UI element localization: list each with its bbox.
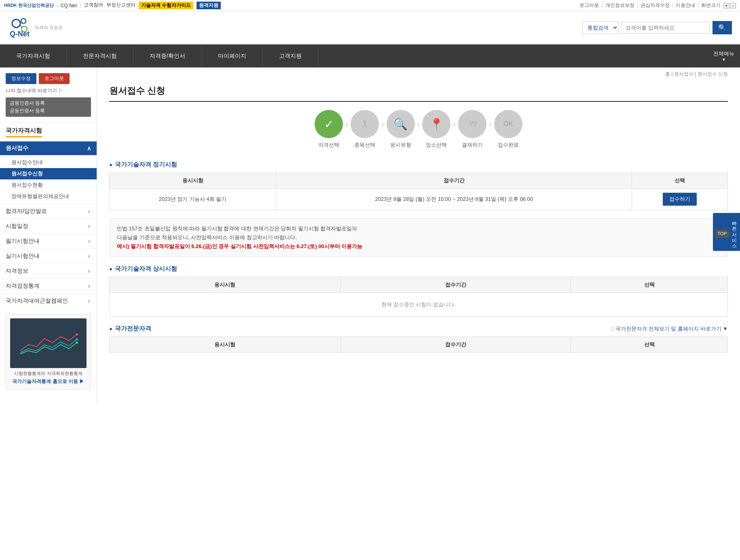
svg-text:₩: ₩ (469, 120, 477, 128)
sidebar-practical-exam[interactable]: 실기시험안내 ∨ (0, 248, 97, 263)
quick-service-panel[interactable]: 빠른서비스 TOP (713, 213, 740, 251)
collapse-arrow-3: ∨ (87, 253, 91, 259)
step-4-circle: 📍 (422, 110, 450, 138)
banner-chart (16, 331, 81, 355)
spec-col-select-header: 선택 (571, 337, 728, 353)
hrdk-logo[interactable]: HRDK 한국산업인력공단 (4, 2, 57, 8)
specialist-exam-section-header: 국가전문자격 (109, 325, 151, 333)
step-6: OK 접수완료 (494, 110, 522, 149)
top-nav-links: 고객참여 부정신고센터 기술자격 수험자가이드 원격지원 (84, 2, 221, 9)
step-2-label: 종목선택 (354, 141, 375, 149)
search-button[interactable]: 🔍 (713, 21, 732, 34)
banner-image (10, 318, 87, 368)
step-arrow-4: › (450, 120, 458, 129)
menu-header-arrow: ∧ (87, 145, 91, 152)
spec-col-period-header: 접수기간 (340, 337, 571, 353)
touch-icon (358, 118, 371, 131)
notice-text-2: 다음날을 기준으로 적용되오니, 사전입력서비스 이용에 참고하시기 바랍니다. (117, 234, 297, 240)
top-bar: HRDK 한국산업인력공단 CQ·Net 고객참여 부정신고센터 기술자격 수험… (0, 0, 740, 11)
nav-customer[interactable]: 고객참여 (84, 2, 103, 9)
adv-col-select-header: 선택 (571, 277, 728, 293)
nav-mypage[interactable]: 마이페이지 (202, 47, 263, 65)
regular-exam-section-header: 국가기술자격 정기시험 (109, 161, 728, 168)
no-exam-row: 현재 접수중인 시험이 없습니다. (110, 293, 728, 317)
header: Q-Net 자격의 모든것 통합검색 🔍 (0, 11, 740, 44)
top-bar-left: HRDK 한국산업인력공단 CQ·Net 고객참여 부정신고센터 기술자격 수험… (4, 2, 221, 9)
collapse-arrow-5: ∨ (87, 283, 91, 289)
financial-cert-item[interactable]: 금융인증서 등록 (10, 100, 87, 107)
submenu-disability[interactable]: 장애유형별편의제공안내 (0, 191, 97, 202)
submenu-status[interactable]: 원서접수현황 (0, 179, 97, 191)
apply-button[interactable]: 접수하기 (663, 193, 697, 206)
submenu-guide[interactable]: 원서접수안내 (0, 157, 97, 168)
step-3-label: 응시유형 (390, 141, 411, 149)
search-input[interactable] (621, 22, 710, 34)
sidebar-written-exam[interactable]: 필기시험안내 ∨ (0, 234, 97, 248)
step-5-label: 결제하기 (462, 141, 483, 149)
step-5-circle: ₩ (458, 110, 486, 138)
font-decrease-button[interactable]: - (730, 3, 736, 8)
logo-area[interactable]: Q-Net 자격의 모든것 (8, 15, 63, 40)
sidebar-submenu: 원서접수안내 원서접수신청 원서접수현황 장애유형별편의제공안내 (0, 155, 97, 204)
collapse-arrow-6: ∨ (87, 298, 91, 304)
cq-logo[interactable]: CQ·Net (61, 3, 80, 8)
step-arrow-3: › (415, 120, 423, 129)
notice-box: 민법 157조 초일불산입 원칙에 따라 필기시험 합격에 대한 면제기간은 당… (109, 218, 728, 257)
sidebar-logout-button[interactable]: 로그아웃 (39, 73, 70, 84)
breadcrumb-parent[interactable]: 원서접수 (674, 71, 693, 77)
nav-certificate[interactable]: 자격증/확인서 (133, 47, 202, 65)
nav-tech-guide[interactable]: 기술자격 수험자가이드 (139, 2, 193, 9)
specialist-exam-table: 응시시험 접수기간 선택 (109, 337, 728, 353)
sidebar-exam-schedule[interactable]: 시험일정 ∨ (0, 219, 97, 234)
logout-link[interactable]: 로그아웃 (579, 2, 599, 9)
banner-link[interactable]: 국가기술자격통계 홈으로 이동 ▶ (10, 378, 87, 385)
specialist-section-row: 국가전문자격 :: 국가전문자격 전체보기 및 홈페이지 바로가기 ▼ (109, 325, 728, 333)
nav-remote[interactable]: 원격지원 (197, 2, 221, 9)
search-area: 통합검색 🔍 (582, 21, 732, 34)
step-1-circle: ✓ (315, 110, 343, 138)
step-3: 🔍 응시유형 (387, 110, 415, 149)
personal-info-link[interactable]: 개인정보보정 (605, 2, 634, 9)
nav-customer-support[interactable]: 고객지원 (263, 47, 318, 65)
quick-service-label: 빠른서비스 (731, 218, 738, 246)
collapse-arrow-4: ∨ (87, 268, 91, 274)
font-size-controls: + - (723, 2, 736, 9)
svg-point-0 (12, 19, 20, 27)
interest-cert-link[interactable]: 관심자격수정 (641, 2, 670, 9)
breadcrumb-home[interactable]: 홈 (665, 71, 670, 77)
sidebar-pass-announce[interactable]: 합격자/답안발표 ∨ (0, 204, 97, 219)
sidebar-user-area: 정보수정 로그아웃 나의 접수내역 바로가기 ▷ 금융인증서 등록 공동인증서 … (0, 67, 97, 123)
main-content: 홈 | 원서접수 | 원서접수 신청 원서접수 신청 ✓ 자격선택 › (97, 67, 740, 403)
step-4: 📍 장소선택 (422, 110, 450, 149)
no-exam-message: 현재 접수중인 시험이 없습니다. (110, 293, 728, 317)
sidebar-cert-stats[interactable]: 자격검정통계 ∨ (0, 278, 97, 293)
nav-professional-exam[interactable]: 전문자격시험 (67, 47, 133, 65)
step-arrow-5: › (486, 120, 494, 129)
font-increase-button[interactable]: + (723, 3, 729, 8)
submenu-apply[interactable]: 원서접수신청 (0, 168, 97, 179)
step-5: ₩ 결제하기 (458, 110, 486, 149)
edit-info-button[interactable]: 정보수정 (6, 73, 36, 84)
step-6-label: 접수완료 (498, 141, 519, 149)
sidebar-menu-header[interactable]: 원서접수 ∧ (0, 141, 97, 155)
spec-col-exam-header: 응시시험 (110, 337, 340, 353)
sidebar-banner[interactable]: 시험현황통계와 자격취득현황통계 국가기술자격통계 홈으로 이동 ▶ (6, 314, 91, 389)
search-type-select[interactable]: 통합검색 (582, 21, 619, 34)
usage-guide-link[interactable]: 이용안내 (676, 2, 695, 9)
step-3-circle: 🔍 (387, 110, 415, 138)
sidebar-cert-info[interactable]: 자격정보 ∨ (0, 263, 97, 278)
notice-red-text: 예시) 필기시험 합격자발표일이 6.26.(금)인 경우 실기시험 사전입력서… (117, 243, 362, 249)
top-button[interactable]: TOP (715, 229, 729, 238)
mypage-link[interactable]: 나의 접수내역 바로가기 ▷ (6, 87, 91, 94)
top-bar-right: 로그아웃 | 개인정보보정 | 관심자격수정 | 이용안내 | 화면크기 + - (579, 2, 736, 9)
col-select-header: 선택 (632, 173, 728, 189)
nav-national-exam[interactable]: 국가자격시험 (0, 47, 67, 65)
qnet-logo-icon: Q-Net (8, 15, 32, 40)
nav-fraud[interactable]: 부정신고센터 (106, 2, 135, 9)
all-menu-button[interactable]: 전체메뉴 ▼ (708, 44, 740, 67)
layout: 정보수정 로그아웃 나의 접수내역 바로가기 ▷ 금융인증서 등록 공동인증서 … (0, 67, 740, 403)
sidebar: 정보수정 로그아웃 나의 접수내역 바로가기 ▷ 금융인증서 등록 공동인증서 … (0, 67, 97, 403)
specialist-exam-link[interactable]: :: 국가전문자격 전체보기 및 홈페이지 바로가기 ▼ (611, 325, 728, 333)
public-cert-item[interactable]: 공동인증서 등록 (10, 107, 87, 114)
sidebar-campaign[interactable]: 국가자격대여근절캠페인 ∨ (0, 293, 97, 308)
